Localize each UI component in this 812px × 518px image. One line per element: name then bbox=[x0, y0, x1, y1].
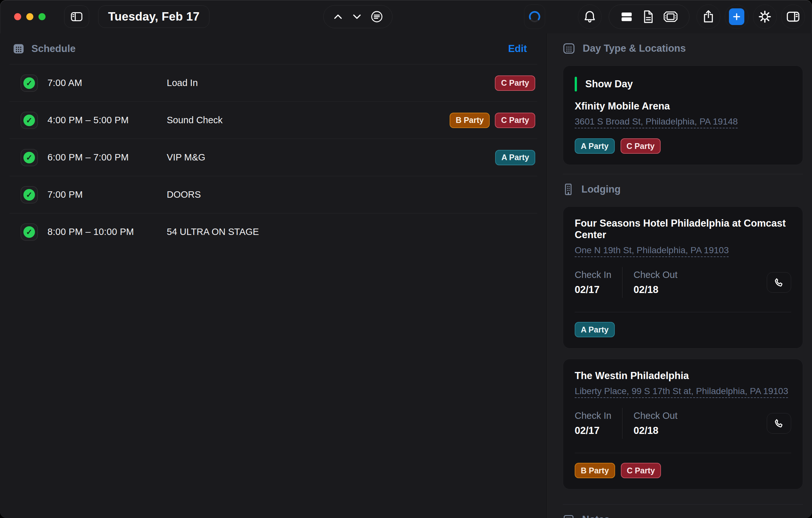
check-in-label: Check In bbox=[575, 410, 611, 421]
event-time: 4:00 PM – 5:00 PM bbox=[48, 115, 167, 126]
event-checkbox[interactable]: ✓ bbox=[21, 112, 38, 129]
show-day-card[interactable]: Show Day Xfinity Mobile Arena 3601 S Bro… bbox=[563, 65, 803, 165]
check-in-label: Check In bbox=[575, 270, 611, 280]
schedule-list: ✓ 7:00 AM Load In C Party ✓ 4:00 PM – 5:… bbox=[10, 64, 537, 250]
schedule-row[interactable]: ✓ 6:00 PM – 7:00 PM VIP M&G A Party bbox=[10, 139, 537, 176]
schedule-row[interactable]: ✓ 7:00 AM Load In C Party bbox=[10, 64, 537, 102]
view-switcher bbox=[609, 4, 690, 29]
check-out-label: Check Out bbox=[633, 270, 677, 280]
sync-status-button[interactable] bbox=[524, 4, 545, 29]
day-type-header: Day Type & Locations bbox=[563, 39, 803, 58]
section-divider bbox=[563, 174, 803, 174]
note-icon bbox=[563, 514, 574, 518]
party-badge: B Party bbox=[450, 113, 490, 128]
schedule-row[interactable]: ✓ 7:00 PM DOORS bbox=[10, 176, 537, 213]
check-divider bbox=[622, 408, 622, 439]
party-badge: C Party bbox=[495, 113, 535, 128]
hotel-address-link[interactable]: Liberty Place, 99 S 17th St at, Philadel… bbox=[575, 386, 788, 397]
view-day-sheet-button[interactable] bbox=[620, 10, 633, 23]
check-icon: ✓ bbox=[23, 152, 35, 163]
share-icon bbox=[702, 9, 715, 24]
bell-icon bbox=[582, 9, 597, 24]
day-type-color-bar bbox=[575, 77, 577, 91]
previous-day-button[interactable] bbox=[331, 12, 344, 21]
phone-icon bbox=[774, 418, 784, 429]
check-icon: ✓ bbox=[23, 226, 35, 238]
view-tickets-button[interactable] bbox=[663, 10, 678, 23]
zoom-window-button[interactable] bbox=[38, 13, 46, 20]
event-title: Sound Check bbox=[167, 115, 223, 126]
share-button[interactable] bbox=[697, 4, 720, 29]
settings-button[interactable] bbox=[753, 4, 777, 29]
hotel-card[interactable]: The Westin Philadelphia Liberty Place, 9… bbox=[563, 359, 803, 489]
date-title-button[interactable]: Tuesday, Feb 17 bbox=[98, 5, 209, 28]
party-badge: C Party bbox=[621, 463, 661, 478]
schedule-header: Schedule Edit bbox=[0, 33, 547, 64]
schedule-title: Schedule bbox=[31, 43, 76, 55]
document-icon bbox=[642, 10, 655, 24]
main-content: Schedule Edit ✓ 7:00 AM Load In C Party … bbox=[0, 33, 812, 518]
minimize-window-button[interactable] bbox=[26, 13, 33, 20]
call-hotel-button[interactable] bbox=[767, 413, 791, 434]
loading-spinner bbox=[527, 10, 542, 24]
event-checkbox[interactable]: ✓ bbox=[21, 75, 38, 92]
calendar-icon bbox=[563, 43, 575, 55]
hotel-address-link[interactable]: One N 19th St, Philadelphia, PA 19103 bbox=[575, 245, 729, 255]
section-divider bbox=[563, 504, 803, 505]
event-title: DOORS bbox=[167, 189, 201, 200]
add-button[interactable] bbox=[725, 4, 749, 29]
event-checkbox[interactable]: ✓ bbox=[21, 149, 38, 166]
hotel-card[interactable]: Four Seasons Hotel Philadelphia at Comca… bbox=[563, 207, 803, 349]
event-checkbox[interactable]: ✓ bbox=[21, 223, 38, 241]
close-window-button[interactable] bbox=[14, 13, 21, 20]
card-divider bbox=[575, 312, 791, 312]
calendar-icon bbox=[13, 43, 24, 55]
titlebar: Tuesday, Feb 17 bbox=[0, 0, 812, 33]
plus-icon bbox=[729, 8, 744, 25]
event-checkbox[interactable]: ✓ bbox=[21, 186, 38, 203]
sidebar-right-icon bbox=[786, 10, 800, 23]
lodging-header: Lodging bbox=[563, 180, 803, 199]
building-icon bbox=[563, 183, 574, 196]
day-navigation bbox=[323, 5, 393, 28]
notes-title: Notes bbox=[582, 514, 610, 518]
day-list-button[interactable] bbox=[370, 9, 384, 24]
event-time: 6:00 PM – 7:00 PM bbox=[48, 152, 167, 163]
schedule-row[interactable]: ✓ 8:00 PM – 10:00 PM 54 ULTRA ON STAGE bbox=[10, 213, 537, 250]
day-type-label: Show Day bbox=[585, 78, 633, 90]
notes-header: Notes bbox=[563, 510, 803, 518]
party-badge: A Party bbox=[575, 138, 615, 154]
view-documents-button[interactable] bbox=[642, 10, 655, 24]
next-day-button[interactable] bbox=[350, 12, 364, 21]
day-type-title: Day Type & Locations bbox=[583, 43, 686, 54]
venue-address-link[interactable]: 3601 S Broad St, Philadelphia, PA 19148 bbox=[575, 116, 738, 127]
right-toolbar bbox=[578, 4, 805, 29]
event-time: 7:00 PM bbox=[48, 189, 167, 200]
edit-schedule-button[interactable]: Edit bbox=[508, 43, 527, 55]
toggle-left-sidebar-button[interactable] bbox=[64, 5, 89, 28]
check-out-date: 02/18 bbox=[633, 284, 677, 296]
notifications-button[interactable] bbox=[578, 4, 602, 29]
event-title: 54 ULTRA ON STAGE bbox=[167, 226, 259, 237]
event-title: VIP M&G bbox=[167, 152, 205, 163]
check-in-date: 02/17 bbox=[575, 425, 611, 436]
party-badge: B Party bbox=[575, 463, 615, 478]
event-time: 7:00 AM bbox=[48, 78, 167, 88]
party-badge: C Party bbox=[620, 138, 661, 154]
gear-icon bbox=[757, 9, 773, 24]
ticket-icon bbox=[663, 10, 678, 23]
check-in-date: 02/17 bbox=[575, 284, 611, 296]
traffic-lights bbox=[14, 13, 46, 20]
check-out-label: Check Out bbox=[633, 410, 677, 421]
call-hotel-button[interactable] bbox=[767, 272, 791, 293]
party-badge: C Party bbox=[495, 75, 535, 91]
page-title: Tuesday, Feb 17 bbox=[108, 10, 200, 23]
check-icon: ✓ bbox=[23, 115, 35, 126]
hotel-name: The Westin Philadelphia bbox=[575, 370, 791, 382]
schedule-row[interactable]: ✓ 4:00 PM – 5:00 PM Sound Check B Party … bbox=[10, 102, 537, 139]
schedule-panel: Schedule Edit ✓ 7:00 AM Load In C Party … bbox=[0, 33, 547, 518]
toggle-right-sidebar-button[interactable] bbox=[781, 4, 805, 29]
lodging-title: Lodging bbox=[581, 184, 620, 195]
rows-icon bbox=[620, 10, 633, 23]
check-divider bbox=[622, 267, 622, 298]
